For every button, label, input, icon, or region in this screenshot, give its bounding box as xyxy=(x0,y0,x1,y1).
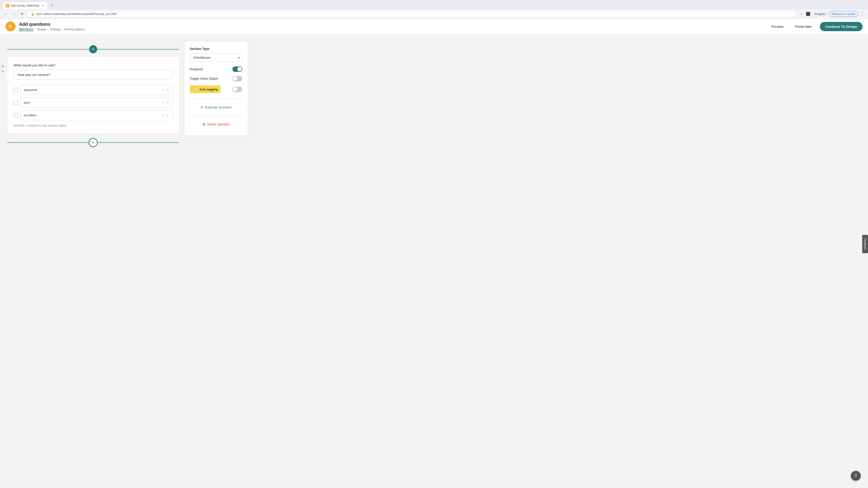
top-add-divider: + xyxy=(7,45,179,53)
breadcrumb: Questions › Design › Settings › Sharing … xyxy=(19,27,85,31)
toggle-other-row: Toggle Other Option xyxy=(190,76,242,81)
browser-tab[interactable]: M Edit Survey | Mailchimp ✕ xyxy=(3,2,48,9)
section-type-select-wrapper: Checkboxes Multiple Choice Short Answer … xyxy=(190,53,242,62)
breadcrumb-settings[interactable]: Settings xyxy=(50,28,61,31)
question-label: What would you like to ask? xyxy=(13,63,173,67)
answer-checkbox-2[interactable] xyxy=(13,100,18,105)
answer-text-3: excellent xyxy=(24,113,36,117)
page-title: Add questions xyxy=(19,22,85,27)
bottom-divider-line-left xyxy=(7,142,89,143)
duplicate-icon: ⧉ xyxy=(201,105,203,109)
breadcrumb-sep-1: › xyxy=(35,28,36,31)
bottom-add-divider: + xyxy=(7,138,179,147)
breadcrumb-design[interactable]: Design xyxy=(37,28,46,31)
bottom-divider-line-right xyxy=(98,142,179,143)
header-right: Preview Finish later Continue To Design xyxy=(768,22,863,31)
auto-tagging-thumb xyxy=(233,87,237,92)
delete-question-btn[interactable]: 🗑 Delete Question xyxy=(190,120,242,129)
question-input[interactable] xyxy=(13,70,173,79)
new-tab-btn[interactable]: + xyxy=(49,2,55,9)
required-toggle[interactable] xyxy=(232,66,242,72)
answer-checkbox-3[interactable] xyxy=(13,113,18,118)
header-left: M Add questions Questions › Design › Set… xyxy=(5,22,85,31)
toggle-other-toggle[interactable] xyxy=(232,76,242,81)
tab-title: Edit Survey | Mailchimp xyxy=(11,4,39,7)
answer-option-3: excellent − + xyxy=(13,110,173,120)
auto-tagging-label: Auto-tagging xyxy=(199,88,218,91)
add-option-hint: Hit Enter or Return to add another optio… xyxy=(13,124,173,127)
required-toggle-row: Required xyxy=(190,66,242,72)
answer-input-wrap-2: poor − + xyxy=(20,98,173,107)
feedback-tab[interactable]: Feedback xyxy=(862,235,868,253)
duplicate-question-btn[interactable]: ⧉ Duplicate Question xyxy=(190,102,242,112)
answer-option-1: awesome − + xyxy=(13,85,173,95)
top-add-question-btn[interactable]: + xyxy=(89,45,97,53)
breadcrumb-sep-3: › xyxy=(62,28,63,31)
divider-line-left xyxy=(7,49,89,50)
menu-btn[interactable]: ⋮ xyxy=(859,11,865,17)
bottom-add-question-btn[interactable]: + xyxy=(89,138,98,147)
breadcrumb-questions[interactable]: Questions xyxy=(19,27,33,31)
panel-divider-2 xyxy=(190,116,242,116)
mailchimp-logo: M xyxy=(5,22,16,31)
move-up-btn[interactable]: ▲ xyxy=(0,63,5,68)
forward-btn[interactable]: → xyxy=(11,11,17,17)
tab-favicon: M xyxy=(6,4,9,7)
panel-divider-1 xyxy=(190,98,242,99)
delete-label: Delete Question xyxy=(207,123,230,126)
app-header: M Add questions Questions › Design › Set… xyxy=(0,19,868,34)
auto-tagging-icon: 🏷️ xyxy=(193,87,197,92)
help-btn[interactable]: ? xyxy=(851,471,861,481)
browser-chrome: M Edit Survey | Mailchimp ✕ + ← → ↻ 🔒 us… xyxy=(0,0,868,19)
answer-actions-1: − + xyxy=(161,88,169,92)
breadcrumb-sharing[interactable]: Sharing options xyxy=(64,28,85,31)
required-toggle-thumb xyxy=(237,67,242,71)
tab-bar: M Edit Survey | Mailchimp ✕ + xyxy=(0,0,868,9)
lock-icon: 🔒 xyxy=(31,12,34,15)
address-bar[interactable]: 🔒 us21.admin.mailchimp.com/lists/surveys… xyxy=(27,11,796,17)
question-card: What would you like to ask? awesome − + xyxy=(7,57,179,133)
right-panel: Section Type Checkboxes Multiple Choice … xyxy=(184,41,248,135)
finish-later-btn[interactable]: Finish later xyxy=(792,23,815,30)
breadcrumb-sep-2: › xyxy=(48,28,49,31)
auto-tagging-row: 🏷️ Auto-tagging xyxy=(190,86,242,93)
answer-remove-btn-3[interactable]: − xyxy=(161,113,164,118)
feedback-label: Feedback xyxy=(864,238,867,250)
answer-options-list: awesome − + poor − xyxy=(13,85,173,120)
continue-btn[interactable]: Continue To Design xyxy=(820,22,863,31)
move-down-btn[interactable]: ▼ xyxy=(0,69,5,74)
bookmark-btn[interactable]: ☆ xyxy=(798,11,804,17)
auto-tagging-badge[interactable]: 🏷️ Auto-tagging xyxy=(190,86,220,93)
divider-line-right xyxy=(97,49,179,50)
relaunch-btn[interactable]: Relaunch to update xyxy=(829,11,858,17)
section-type-select[interactable]: Checkboxes Multiple Choice Short Answer … xyxy=(190,53,242,62)
answer-text-2: poor xyxy=(24,101,30,104)
svg-text:M: M xyxy=(9,24,12,29)
main-content: + ▲ ▼ What would you like to ask? awesom… xyxy=(0,34,868,488)
required-label: Required xyxy=(190,67,203,71)
auto-tagging-toggle[interactable] xyxy=(232,87,242,92)
duplicate-label: Duplicate Question xyxy=(205,105,231,109)
extensions-btn[interactable]: ⬛ xyxy=(805,11,811,17)
preview-btn[interactable]: Preview xyxy=(768,23,787,30)
answer-add-btn-3[interactable]: + xyxy=(166,113,169,118)
incognito-label: Incognito xyxy=(812,11,828,17)
header-title-area: Add questions Questions › Design › Setti… xyxy=(19,22,85,31)
refresh-btn[interactable]: ↻ xyxy=(19,11,25,17)
back-btn[interactable]: ← xyxy=(3,11,9,17)
tab-close-btn[interactable]: ✕ xyxy=(41,4,45,7)
question-card-wrapper: ▲ ▼ What would you like to ask? awesome … xyxy=(7,57,179,133)
answer-add-btn-2[interactable]: + xyxy=(166,100,169,105)
help-icon: ? xyxy=(855,474,857,478)
nav-actions: ☆ ⬛ Incognito Relaunch to update ⋮ xyxy=(798,11,865,17)
answer-input-wrap-3: excellent − + xyxy=(20,110,173,120)
answer-remove-btn-1[interactable]: − xyxy=(161,88,164,92)
answer-remove-btn-2[interactable]: − xyxy=(161,100,164,105)
survey-editor: + ▲ ▼ What would you like to ask? awesom… xyxy=(7,41,179,486)
delete-icon: 🗑 xyxy=(202,123,206,126)
answer-actions-2: − + xyxy=(161,100,169,105)
answer-checkbox-1[interactable] xyxy=(13,88,18,92)
nav-bar: ← → ↻ 🔒 us21.admin.mailchimp.com/lists/s… xyxy=(0,9,868,19)
answer-actions-3: − + xyxy=(161,113,169,118)
answer-add-btn-1[interactable]: + xyxy=(166,88,169,92)
